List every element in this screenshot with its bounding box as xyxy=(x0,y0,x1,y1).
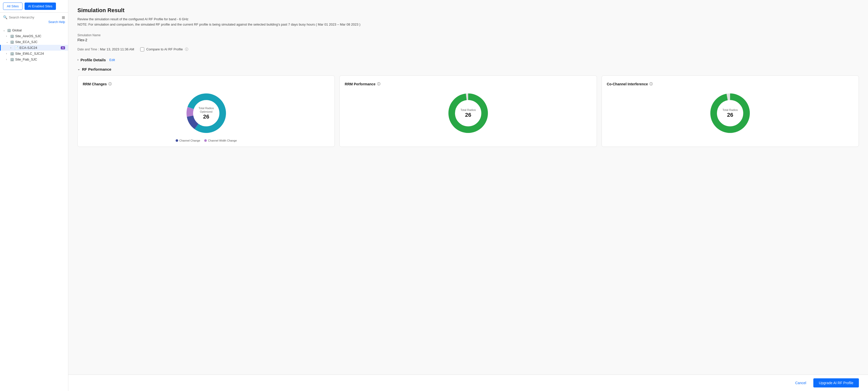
tree-item-eca[interactable]: ⌄ 🏢 Site_ECA_SJC xyxy=(0,39,68,45)
co-channel-center-label: Total Radios xyxy=(722,108,738,112)
tree-label-eca-sjc24: ECA-SJC24 xyxy=(20,46,60,50)
search-help-link[interactable]: Search Help xyxy=(0,20,68,26)
co-channel-title: Co-Channel Interference ⓘ xyxy=(607,82,854,86)
rrm-performance-center: Total Radios 26 xyxy=(461,108,476,118)
tree-label-eca: Site_ECA_SJC xyxy=(15,40,65,44)
co-channel-chart: Total Radios 26 xyxy=(607,90,854,136)
edit-link[interactable]: Edit xyxy=(109,58,115,62)
rrm-changes-card: RRM Changes ⓘ Tota xyxy=(78,76,335,147)
compare-label: Compare to AI RF Profile xyxy=(146,47,183,51)
datetime-colon: : xyxy=(98,47,100,51)
co-channel-center: Total Radios 26 xyxy=(722,108,738,118)
profile-chevron-icon: › xyxy=(78,58,79,62)
sim-name-value: Flex-2 xyxy=(78,38,859,42)
tree-item-ewlc[interactable]: › 🏢 Site_EWLC_SJC24 xyxy=(0,51,68,57)
rrm-changes-legend: Channel Change Channel Width Change xyxy=(83,139,330,142)
cancel-button[interactable]: Cancel xyxy=(791,379,810,387)
channel-width-label: Channel Width Change xyxy=(208,139,237,142)
rrm-performance-card: RRM Performance ⓘ Total Radios 26 xyxy=(339,76,597,147)
sim-name-label: Simulation Name xyxy=(78,33,859,37)
sidebar-tabs: All Sites AI Enabled Sites xyxy=(0,0,68,13)
profile-details-label: Profile Details xyxy=(81,58,106,62)
co-channel-info-icon[interactable]: ⓘ xyxy=(649,82,653,86)
compare-checkbox-group: Compare to AI RF Profile ⓘ xyxy=(140,47,188,52)
chevron-right-icon-eca24: › xyxy=(10,46,13,49)
device-icon: 📄 xyxy=(14,46,19,50)
rrm-changes-center: Total Radios Optimized 26 xyxy=(195,106,218,120)
datetime-key: Date and Time xyxy=(78,48,97,51)
channel-width-dot xyxy=(204,139,207,142)
search-bar: 🔍 ▦ xyxy=(0,13,68,20)
rrm-changes-info-icon[interactable]: ⓘ xyxy=(108,82,112,86)
rrm-changes-center-label: Total Radios Optimized xyxy=(195,106,218,114)
tree-label-ewlc: Site_EWLC_SJC24 xyxy=(15,52,65,56)
profile-details-section[interactable]: › Profile Details Edit xyxy=(78,58,859,62)
description-block: Review the simulation result of the conf… xyxy=(78,17,859,27)
tree-label-aireos: Site_AireOS_SJC xyxy=(15,34,65,38)
search-input[interactable] xyxy=(9,16,60,19)
co-channel-card: Co-Channel Interference ⓘ Total Radios 2… xyxy=(601,76,859,147)
meta-row: Date and Time : Mar 13, 2023 11:36 AM Co… xyxy=(78,47,859,52)
rrm-changes-chart: Total Radios Optimized 26 xyxy=(83,90,330,136)
rrm-changes-center-value: 26 xyxy=(195,114,218,120)
chevron-down-icon: ⌄ xyxy=(3,29,6,32)
bottom-bar: Cancel Upgrade AI RF Profile xyxy=(68,374,868,391)
tree-item-global[interactable]: ⌄ 🏢 Global xyxy=(0,27,68,33)
chevron-right-icon-ewlc: › xyxy=(6,52,9,55)
search-icon: 🔍 xyxy=(3,15,7,19)
compare-info-icon[interactable]: ⓘ xyxy=(185,47,188,52)
site-icon: 🏢 xyxy=(10,34,14,38)
rrm-performance-center-label: Total Radios xyxy=(461,108,476,112)
tree-item-fiab[interactable]: › 🏢 Site_Fiab_SJC xyxy=(0,57,68,62)
rrm-performance-info-icon[interactable]: ⓘ xyxy=(377,82,380,86)
chevron-down-icon-eca: ⌄ xyxy=(6,40,9,43)
ai-badge: AI xyxy=(61,46,65,50)
tree-item-aireos[interactable]: › 🏢 Site_AireOS_SJC xyxy=(0,33,68,39)
simulation-name-group: Simulation Name Flex-2 xyxy=(78,33,859,42)
global-icon: 🏢 xyxy=(7,28,11,32)
page-title: Simulation Result xyxy=(78,7,859,14)
desc-line2: NOTE: For simulation and comparison, the… xyxy=(78,22,859,27)
upgrade-button[interactable]: Upgrade AI RF Profile xyxy=(813,378,859,387)
compare-checkbox[interactable] xyxy=(140,47,144,52)
main-panel: Simulation Result Review the simulation … xyxy=(68,0,868,391)
chevron-right-icon-fiab: › xyxy=(6,58,9,61)
tab-ai-enabled-sites[interactable]: AI Enabled Sites xyxy=(25,3,56,10)
legend-channel-change: Channel Change xyxy=(176,139,200,142)
tree-label-fiab: Site_Fiab_SJC xyxy=(15,58,65,61)
rf-performance-label: RF Performance xyxy=(82,67,111,71)
tab-all-sites[interactable]: All Sites xyxy=(3,3,23,10)
main-content: Simulation Result Review the simulation … xyxy=(68,0,868,374)
datetime-val: Mar 13, 2023 11:36 AM xyxy=(100,47,134,51)
channel-change-label: Channel Change xyxy=(179,139,200,142)
rrm-performance-center-value: 26 xyxy=(461,112,476,118)
tree-item-eca-sjc24[interactable]: › 📄 ECA-SJC24 AI xyxy=(0,45,68,51)
rrm-performance-title: RRM Performance ⓘ xyxy=(345,82,591,86)
sidebar: All Sites AI Enabled Sites 🔍 ▦ Search He… xyxy=(0,0,68,391)
charts-row: RRM Changes ⓘ Tota xyxy=(78,76,859,147)
rrm-performance-chart: Total Radios 26 xyxy=(345,90,591,136)
site-fiab-icon: 🏢 xyxy=(10,58,14,61)
datetime-field: Date and Time : Mar 13, 2023 11:36 AM xyxy=(78,47,134,51)
filter-icon[interactable]: ▦ xyxy=(62,15,65,19)
site-ewlc-icon: 🏢 xyxy=(10,52,14,56)
legend-channel-width-change: Channel Width Change xyxy=(204,139,237,142)
site-tree: ⌄ 🏢 Global › 🏢 Site_AireOS_SJC ⌄ 🏢 Site_… xyxy=(0,26,68,64)
channel-change-dot xyxy=(176,139,178,142)
site-eca-icon: 🏢 xyxy=(10,40,14,44)
tree-label-global: Global xyxy=(12,28,65,32)
rf-chevron-icon: ⌄ xyxy=(78,67,80,71)
desc-line1: Review the simulation result of the conf… xyxy=(78,17,859,22)
co-channel-center-value: 26 xyxy=(722,112,738,118)
rrm-changes-title: RRM Changes ⓘ xyxy=(83,82,330,86)
rf-performance-section[interactable]: ⌄ RF Performance xyxy=(78,67,859,71)
chevron-right-icon: › xyxy=(6,35,9,37)
